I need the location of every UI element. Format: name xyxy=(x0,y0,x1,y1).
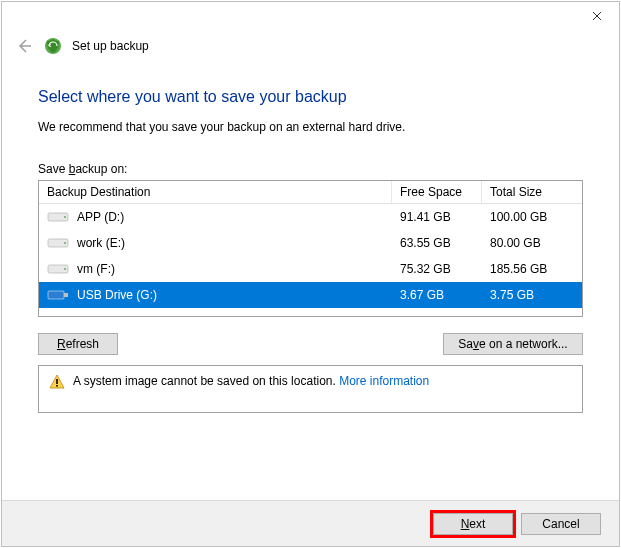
back-button[interactable] xyxy=(14,36,34,56)
drive-table: Backup Destination Free Space Total Size… xyxy=(38,180,583,317)
save-on-network-button[interactable]: Save on a network... xyxy=(443,333,583,355)
refresh-rest: efresh xyxy=(66,337,99,351)
next-rest: ext xyxy=(469,517,485,531)
close-button[interactable] xyxy=(574,2,619,30)
dialog-window: Set up backup Select where you want to s… xyxy=(1,1,620,547)
row-destination: work (E:) xyxy=(39,236,392,250)
svg-rect-9 xyxy=(56,379,58,384)
svg-rect-10 xyxy=(56,385,58,387)
warning-text: A system image cannot be saved on this l… xyxy=(73,374,429,388)
drive-name: APP (D:) xyxy=(77,210,124,224)
recommend-text: We recommend that you save your backup o… xyxy=(38,120,583,134)
table-row[interactable]: USB Drive (G:)3.67 GB3.75 GB xyxy=(39,282,582,308)
drive-free-space: 75.32 GB xyxy=(392,262,482,276)
network-suffix: e on a network... xyxy=(479,337,568,351)
hdd-icon xyxy=(47,262,69,276)
drive-free-space: 63.55 GB xyxy=(392,236,482,250)
next-button[interactable]: Next xyxy=(433,513,513,535)
col-destination[interactable]: Backup Destination xyxy=(39,181,392,203)
table-header: Backup Destination Free Space Total Size xyxy=(39,181,582,204)
drive-total-size: 80.00 GB xyxy=(482,236,582,250)
save-label-prefix: Save xyxy=(38,162,69,176)
save-label-suffix: ackup on: xyxy=(75,162,127,176)
drive-name: vm (F:) xyxy=(77,262,115,276)
page-title: Select where you want to save your backu… xyxy=(38,88,583,106)
drive-name: work (E:) xyxy=(77,236,125,250)
header-row: Set up backup xyxy=(2,32,619,66)
col-free-space[interactable]: Free Space xyxy=(392,181,482,203)
titlebar xyxy=(2,2,619,32)
drive-name: USB Drive (G:) xyxy=(77,288,157,302)
hdd-icon xyxy=(47,210,69,224)
header-title: Set up backup xyxy=(72,39,149,53)
warning-box: A system image cannot be saved on this l… xyxy=(38,365,583,413)
svg-point-4 xyxy=(64,242,66,244)
back-arrow-icon xyxy=(15,37,33,55)
row-destination: vm (F:) xyxy=(39,262,392,276)
drive-total-size: 185.56 GB xyxy=(482,262,582,276)
row-destination: APP (D:) xyxy=(39,210,392,224)
network-prefix: Sa xyxy=(458,337,473,351)
warning-message: A system image cannot be saved on this l… xyxy=(73,374,339,388)
table-row[interactable]: work (E:)63.55 GB80.00 GB xyxy=(39,230,582,256)
more-information-link[interactable]: More information xyxy=(339,374,429,388)
backup-shield-icon xyxy=(44,37,62,55)
svg-rect-8 xyxy=(64,293,68,297)
svg-point-2 xyxy=(64,216,66,218)
table-row[interactable]: vm (F:)75.32 GB185.56 GB xyxy=(39,256,582,282)
row-destination: USB Drive (G:) xyxy=(39,288,392,302)
table-row[interactable]: APP (D:)91.41 GB100.00 GB xyxy=(39,204,582,230)
usb-drive-icon xyxy=(47,288,69,302)
content-area: Select where you want to save your backu… xyxy=(2,88,619,413)
close-icon xyxy=(592,11,602,21)
action-row: Refresh Save on a network... xyxy=(38,333,583,355)
svg-point-6 xyxy=(64,268,66,270)
hdd-icon xyxy=(47,236,69,250)
footer: Next Cancel xyxy=(2,500,619,546)
cancel-button[interactable]: Cancel xyxy=(521,513,601,535)
warning-icon xyxy=(49,374,65,390)
col-total-size[interactable]: Total Size xyxy=(482,181,582,203)
save-backup-label: Save backup on: xyxy=(38,162,583,176)
refresh-button[interactable]: Refresh xyxy=(38,333,118,355)
drive-total-size: 100.00 GB xyxy=(482,210,582,224)
table-body: APP (D:)91.41 GB100.00 GBwork (E:)63.55 … xyxy=(39,204,582,316)
drive-free-space: 3.67 GB xyxy=(392,288,482,302)
svg-rect-7 xyxy=(48,291,64,299)
refresh-accel: R xyxy=(57,337,66,351)
drive-total-size: 3.75 GB xyxy=(482,288,582,302)
drive-free-space: 91.41 GB xyxy=(392,210,482,224)
